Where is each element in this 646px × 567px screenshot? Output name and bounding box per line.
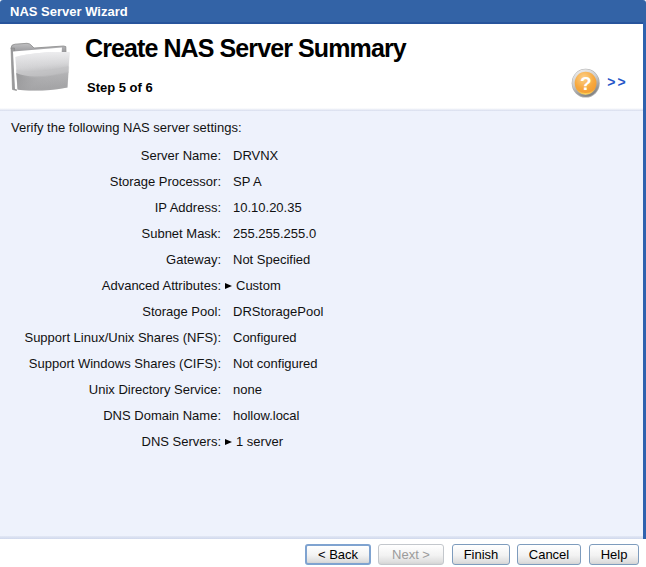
svg-text:?: ? — [580, 73, 592, 94]
